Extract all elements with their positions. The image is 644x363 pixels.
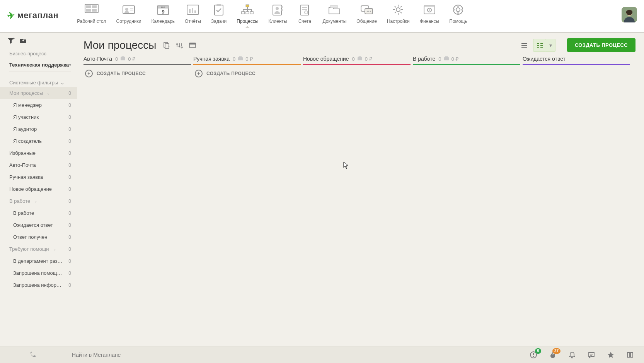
book-icon[interactable] <box>626 351 634 359</box>
sidebar-process-select[interactable]: Техническая поддержка ▾ <box>9 59 71 72</box>
nav-settings[interactable]: Настройки <box>387 3 410 24</box>
kanban-column: Ручная заявка00 ₽+СОЗДАТЬ ПРОЦЕСС <box>193 56 303 346</box>
briefcase-icon <box>238 56 243 62</box>
calendar-icon: сент9 <box>155 3 171 16</box>
sidebar-item[interactable]: Ручная заявка0 <box>0 171 77 183</box>
nav-documents[interactable]: Документы <box>322 3 346 24</box>
folder-add-icon[interactable] <box>19 37 27 45</box>
svg-rect-77 <box>122 57 124 58</box>
sidebar-item-label: Я аудитор <box>13 126 37 132</box>
column-header[interactable]: Ручная заявка00 ₽ <box>193 56 301 65</box>
sidebar-item[interactable]: Я участник0 <box>0 111 77 123</box>
sort-icon[interactable] <box>175 41 183 49</box>
page-title: Мои процессы <box>83 39 156 51</box>
sidebar-item-label: Я участник <box>13 114 39 120</box>
sidebar-filters-header[interactable]: Системные фильтры ⌄ <box>0 74 77 87</box>
bell-icon[interactable] <box>568 351 576 359</box>
caret-down-icon: ▾ <box>69 63 71 67</box>
chevron-down-icon: ⌄ <box>53 247 56 251</box>
nav-processes[interactable]: Процессы <box>237 3 258 24</box>
sidebar-item[interactable]: В работе0 <box>0 207 77 219</box>
logo-text: мегаплан <box>17 10 59 21</box>
chevron-down-icon: ⌄ <box>34 199 37 203</box>
column-add-button[interactable]: +СОЗДАТЬ ПРОЦЕСС <box>83 65 191 77</box>
nav-help[interactable]: Помощь <box>449 3 467 24</box>
sidebar-item-count: 0 <box>68 211 71 216</box>
sidebar-filter-list: Мои процессы⌄0Я менеджер0Я участник0Я ау… <box>0 87 77 291</box>
sidebar-item[interactable]: Ожидается ответ0 <box>0 219 77 231</box>
briefcase-icon <box>357 56 363 62</box>
column-header[interactable]: В работе00 ₽ <box>413 56 520 65</box>
nav-tasks[interactable]: Задачи <box>211 3 227 24</box>
sidebar-item-count: 0 <box>68 199 71 204</box>
sidebar-item-label: Избранные <box>9 150 36 156</box>
sidebar-item-count: 0 <box>68 283 71 288</box>
nav-invoices[interactable]: Счета <box>297 3 312 24</box>
column-add-button[interactable]: +СОЗДАТЬ ПРОЦЕСС <box>193 65 301 77</box>
nav-finance[interactable]: Финансы <box>420 3 439 24</box>
nav-chat[interactable]: Общение <box>356 3 377 24</box>
sidebar-item-label: Ответ получен <box>13 234 47 240</box>
copy-icon[interactable]: + <box>162 41 170 49</box>
nav-reports[interactable]: Отчёты <box>185 3 201 24</box>
kanban-column: Ожидается ответ <box>523 56 632 346</box>
card-icon[interactable] <box>189 41 196 49</box>
phone-button[interactable] <box>0 351 66 359</box>
reports-icon <box>185 3 201 16</box>
logo[interactable]: ✈ мегаплан <box>7 10 58 21</box>
sidebar-category-label: Бизнес-процесс <box>9 48 71 59</box>
sidebar-item-label: Ожидается ответ <box>13 222 53 228</box>
create-process-button[interactable]: СОЗДАТЬ ПРОЦЕСС <box>567 38 635 52</box>
column-header[interactable]: Ожидается ответ <box>523 56 630 65</box>
sidebar-item-count: 0 <box>68 91 71 96</box>
sidebar-item-count: 0 <box>68 259 71 264</box>
search-input[interactable] <box>72 349 513 361</box>
kanban-board[interactable]: Авто-Почта00 ₽+СОЗДАТЬ ПРОЦЕССРучная зая… <box>77 54 644 346</box>
messages-icon[interactable] <box>588 351 595 359</box>
svg-text:+: + <box>168 45 170 48</box>
svg-point-86 <box>533 356 534 357</box>
sidebar-item-count: 0 <box>68 115 71 120</box>
sidebar-item-label: Я менеджер <box>13 102 42 108</box>
sidebar-item-label: В работе <box>13 210 34 216</box>
column-price: 0 ₽ <box>128 56 135 62</box>
employees-icon <box>121 3 136 16</box>
view-list-button[interactable] <box>518 39 531 52</box>
sidebar-item[interactable]: Я аудитор0 <box>0 123 77 135</box>
sidebar-item[interactable]: Запрошена информа...0 <box>0 279 77 291</box>
column-header[interactable]: Новое обращение00 ₽ <box>303 56 411 65</box>
nav-desktop[interactable]: Рабочий стол <box>77 3 106 24</box>
alerts-icon[interactable]: 9 <box>530 351 537 359</box>
view-options-caret[interactable]: ▾ <box>546 39 555 52</box>
nav-employees[interactable]: Сотрудники <box>116 3 141 24</box>
nav-clients[interactable]: Клиенты <box>268 3 287 24</box>
column-title: Новое обращение <box>303 56 349 62</box>
sidebar-item[interactable]: В работе⌄0 <box>0 195 77 207</box>
svg-rect-2 <box>92 5 97 8</box>
view-board-button[interactable] <box>533 39 546 52</box>
sidebar-item[interactable]: Мои процессы⌄0 <box>0 87 77 99</box>
sidebar-item[interactable]: Запрошена помощь ...0 <box>0 267 77 279</box>
sidebar-item[interactable]: Избранные0 <box>0 147 77 159</box>
sidebar-item[interactable]: Авто-Почта0 <box>0 159 77 171</box>
fire-icon[interactable]: 27 <box>549 351 557 359</box>
chevron-down-icon: ⌄ <box>60 80 65 86</box>
filter-add-icon[interactable]: + <box>7 37 15 45</box>
sidebar-item[interactable]: Я менеджер0 <box>0 99 77 111</box>
column-title: В работе <box>413 56 435 62</box>
sidebar-item[interactable]: Ответ получен0 <box>0 231 77 243</box>
sidebar-item-count: 0 <box>68 223 71 228</box>
user-avatar[interactable] <box>622 7 637 22</box>
column-header[interactable]: Авто-Почта00 ₽ <box>83 56 191 65</box>
sidebar-item[interactable]: В департамент разр...0 <box>0 255 77 267</box>
star-icon[interactable] <box>607 351 615 359</box>
sidebar-item-count: 0 <box>68 103 71 108</box>
column-count: 0 <box>115 56 118 62</box>
sidebar-item-count: 0 <box>68 163 71 168</box>
svg-rect-25 <box>242 12 245 14</box>
nav-calendar[interactable]: сент9 Календарь <box>152 3 175 24</box>
sidebar: + Бизнес-процесс Техническая поддержка ▾… <box>0 33 77 346</box>
sidebar-item[interactable]: Новое обращение0 <box>0 183 77 195</box>
sidebar-item[interactable]: Требуют помощи⌄0 <box>0 243 77 255</box>
sidebar-item[interactable]: Я создатель0 <box>0 135 77 147</box>
